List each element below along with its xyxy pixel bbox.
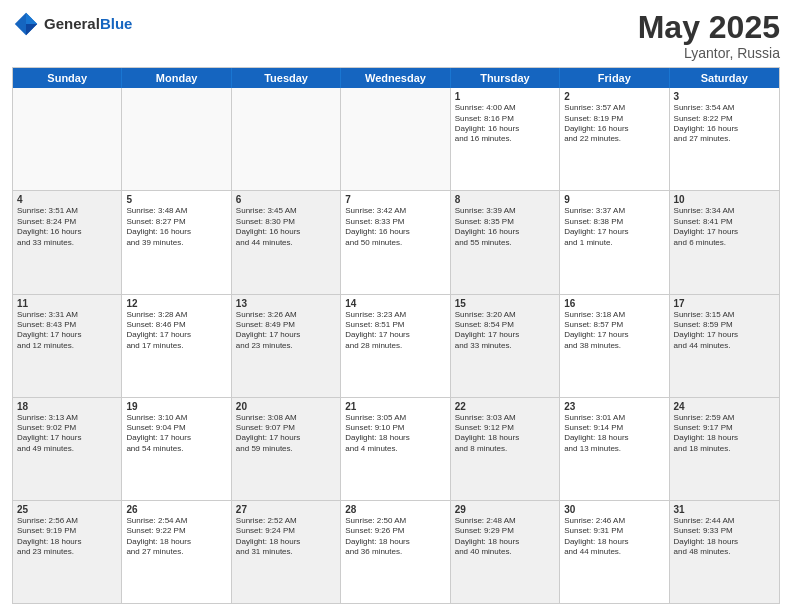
day-number-21: 21	[345, 401, 445, 412]
logo-general: General	[44, 15, 100, 32]
cell-text-2-6: Sunrise: 3:15 AM Sunset: 8:59 PM Dayligh…	[674, 310, 775, 352]
cell-text-0-5: Sunrise: 3:57 AM Sunset: 8:19 PM Dayligh…	[564, 103, 664, 145]
cal-cell-1-5: 9Sunrise: 3:37 AM Sunset: 8:38 PM Daylig…	[560, 191, 669, 293]
day-number-29: 29	[455, 504, 555, 515]
cell-text-3-1: Sunrise: 3:10 AM Sunset: 9:04 PM Dayligh…	[126, 413, 226, 455]
day-number-10: 10	[674, 194, 775, 205]
day-number-14: 14	[345, 298, 445, 309]
day-number-11: 11	[17, 298, 117, 309]
cal-cell-2-4: 15Sunrise: 3:20 AM Sunset: 8:54 PM Dayli…	[451, 295, 560, 397]
cal-cell-3-1: 19Sunrise: 3:10 AM Sunset: 9:04 PM Dayli…	[122, 398, 231, 500]
cal-cell-0-0	[13, 88, 122, 190]
cal-cell-1-0: 4Sunrise: 3:51 AM Sunset: 8:24 PM Daylig…	[13, 191, 122, 293]
day-number-7: 7	[345, 194, 445, 205]
cell-text-3-0: Sunrise: 3:13 AM Sunset: 9:02 PM Dayligh…	[17, 413, 117, 455]
cal-cell-1-1: 5Sunrise: 3:48 AM Sunset: 8:27 PM Daylig…	[122, 191, 231, 293]
day-number-28: 28	[345, 504, 445, 515]
cell-text-3-3: Sunrise: 3:05 AM Sunset: 9:10 PM Dayligh…	[345, 413, 445, 455]
cal-cell-2-3: 14Sunrise: 3:23 AM Sunset: 8:51 PM Dayli…	[341, 295, 450, 397]
cell-text-1-3: Sunrise: 3:42 AM Sunset: 8:33 PM Dayligh…	[345, 206, 445, 248]
title-block: May 2025 Lyantor, Russia	[638, 10, 780, 61]
day-number-1: 1	[455, 91, 555, 102]
cal-cell-1-2: 6Sunrise: 3:45 AM Sunset: 8:30 PM Daylig…	[232, 191, 341, 293]
cell-text-2-1: Sunrise: 3:28 AM Sunset: 8:46 PM Dayligh…	[126, 310, 226, 352]
cal-cell-0-1	[122, 88, 231, 190]
cell-text-1-4: Sunrise: 3:39 AM Sunset: 8:35 PM Dayligh…	[455, 206, 555, 248]
cal-cell-4-0: 25Sunrise: 2:56 AM Sunset: 9:19 PM Dayli…	[13, 501, 122, 603]
day-number-5: 5	[126, 194, 226, 205]
cal-cell-3-0: 18Sunrise: 3:13 AM Sunset: 9:02 PM Dayli…	[13, 398, 122, 500]
cell-text-2-2: Sunrise: 3:26 AM Sunset: 8:49 PM Dayligh…	[236, 310, 336, 352]
cal-cell-3-2: 20Sunrise: 3:08 AM Sunset: 9:07 PM Dayli…	[232, 398, 341, 500]
day-number-27: 27	[236, 504, 336, 515]
day-number-22: 22	[455, 401, 555, 412]
logo-blue: Blue	[100, 15, 133, 32]
cell-text-4-0: Sunrise: 2:56 AM Sunset: 9:19 PM Dayligh…	[17, 516, 117, 558]
cell-text-1-2: Sunrise: 3:45 AM Sunset: 8:30 PM Dayligh…	[236, 206, 336, 248]
cal-cell-0-6: 3Sunrise: 3:54 AM Sunset: 8:22 PM Daylig…	[670, 88, 779, 190]
cell-text-3-4: Sunrise: 3:03 AM Sunset: 9:12 PM Dayligh…	[455, 413, 555, 455]
cal-cell-2-0: 11Sunrise: 3:31 AM Sunset: 8:43 PM Dayli…	[13, 295, 122, 397]
cal-cell-4-6: 31Sunrise: 2:44 AM Sunset: 9:33 PM Dayli…	[670, 501, 779, 603]
cal-cell-2-5: 16Sunrise: 3:18 AM Sunset: 8:57 PM Dayli…	[560, 295, 669, 397]
cal-cell-0-3	[341, 88, 450, 190]
header-tuesday: Tuesday	[232, 68, 341, 88]
day-number-2: 2	[564, 91, 664, 102]
cell-text-1-5: Sunrise: 3:37 AM Sunset: 8:38 PM Dayligh…	[564, 206, 664, 248]
day-number-15: 15	[455, 298, 555, 309]
day-number-9: 9	[564, 194, 664, 205]
cal-cell-3-6: 24Sunrise: 2:59 AM Sunset: 9:17 PM Dayli…	[670, 398, 779, 500]
cell-text-4-4: Sunrise: 2:48 AM Sunset: 9:29 PM Dayligh…	[455, 516, 555, 558]
cal-cell-4-4: 29Sunrise: 2:48 AM Sunset: 9:29 PM Dayli…	[451, 501, 560, 603]
cal-row-3: 18Sunrise: 3:13 AM Sunset: 9:02 PM Dayli…	[13, 398, 779, 501]
day-number-18: 18	[17, 401, 117, 412]
cell-text-2-4: Sunrise: 3:20 AM Sunset: 8:54 PM Dayligh…	[455, 310, 555, 352]
cal-cell-1-4: 8Sunrise: 3:39 AM Sunset: 8:35 PM Daylig…	[451, 191, 560, 293]
cell-text-3-6: Sunrise: 2:59 AM Sunset: 9:17 PM Dayligh…	[674, 413, 775, 455]
cell-text-0-4: Sunrise: 4:00 AM Sunset: 8:16 PM Dayligh…	[455, 103, 555, 145]
cal-cell-0-2	[232, 88, 341, 190]
day-number-17: 17	[674, 298, 775, 309]
day-number-19: 19	[126, 401, 226, 412]
cell-text-2-3: Sunrise: 3:23 AM Sunset: 8:51 PM Dayligh…	[345, 310, 445, 352]
calendar-header: Sunday Monday Tuesday Wednesday Thursday…	[13, 68, 779, 88]
cal-cell-0-4: 1Sunrise: 4:00 AM Sunset: 8:16 PM Daylig…	[451, 88, 560, 190]
calendar: Sunday Monday Tuesday Wednesday Thursday…	[12, 67, 780, 604]
day-number-8: 8	[455, 194, 555, 205]
cell-text-0-6: Sunrise: 3:54 AM Sunset: 8:22 PM Dayligh…	[674, 103, 775, 145]
cell-text-3-2: Sunrise: 3:08 AM Sunset: 9:07 PM Dayligh…	[236, 413, 336, 455]
cal-cell-2-6: 17Sunrise: 3:15 AM Sunset: 8:59 PM Dayli…	[670, 295, 779, 397]
day-number-26: 26	[126, 504, 226, 515]
logo-icon	[12, 10, 40, 38]
cal-row-1: 4Sunrise: 3:51 AM Sunset: 8:24 PM Daylig…	[13, 191, 779, 294]
cal-cell-4-1: 26Sunrise: 2:54 AM Sunset: 9:22 PM Dayli…	[122, 501, 231, 603]
header-saturday: Saturday	[670, 68, 779, 88]
day-number-13: 13	[236, 298, 336, 309]
cal-row-0: 1Sunrise: 4:00 AM Sunset: 8:16 PM Daylig…	[13, 88, 779, 191]
day-number-3: 3	[674, 91, 775, 102]
logo: GeneralBlue	[12, 10, 132, 38]
day-number-30: 30	[564, 504, 664, 515]
day-number-6: 6	[236, 194, 336, 205]
day-number-31: 31	[674, 504, 775, 515]
cal-cell-2-1: 12Sunrise: 3:28 AM Sunset: 8:46 PM Dayli…	[122, 295, 231, 397]
day-number-20: 20	[236, 401, 336, 412]
header-monday: Monday	[122, 68, 231, 88]
header-friday: Friday	[560, 68, 669, 88]
day-number-24: 24	[674, 401, 775, 412]
cal-cell-0-5: 2Sunrise: 3:57 AM Sunset: 8:19 PM Daylig…	[560, 88, 669, 190]
cell-text-4-1: Sunrise: 2:54 AM Sunset: 9:22 PM Dayligh…	[126, 516, 226, 558]
calendar-body: 1Sunrise: 4:00 AM Sunset: 8:16 PM Daylig…	[13, 88, 779, 603]
day-number-12: 12	[126, 298, 226, 309]
day-number-16: 16	[564, 298, 664, 309]
title-location: Lyantor, Russia	[638, 45, 780, 61]
header-thursday: Thursday	[451, 68, 560, 88]
cell-text-1-0: Sunrise: 3:51 AM Sunset: 8:24 PM Dayligh…	[17, 206, 117, 248]
cell-text-2-5: Sunrise: 3:18 AM Sunset: 8:57 PM Dayligh…	[564, 310, 664, 352]
header-wednesday: Wednesday	[341, 68, 450, 88]
cell-text-1-6: Sunrise: 3:34 AM Sunset: 8:41 PM Dayligh…	[674, 206, 775, 248]
title-month: May 2025	[638, 10, 780, 45]
svg-marker-2	[26, 24, 37, 35]
cal-cell-4-3: 28Sunrise: 2:50 AM Sunset: 9:26 PM Dayli…	[341, 501, 450, 603]
cell-text-4-3: Sunrise: 2:50 AM Sunset: 9:26 PM Dayligh…	[345, 516, 445, 558]
